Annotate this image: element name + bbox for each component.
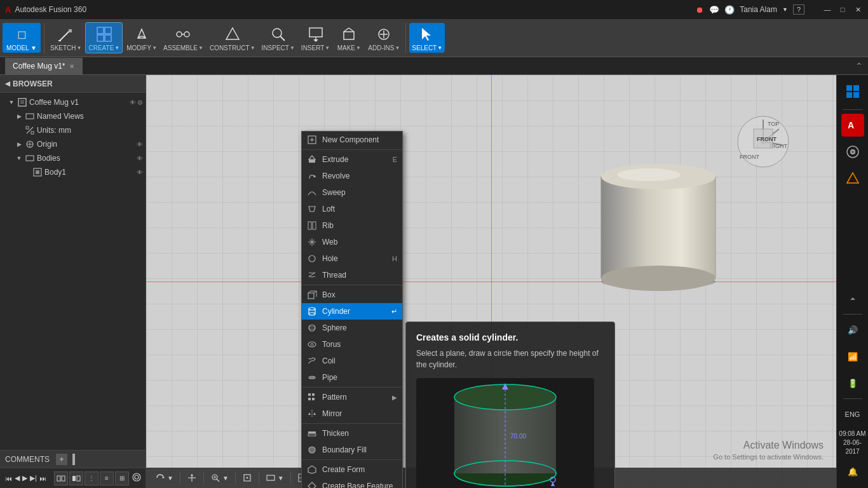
tree-arrow-bodies[interactable]: ▼: [15, 154, 23, 162]
menu-new-component[interactable]: New Component: [302, 132, 402, 148]
pb-prev[interactable]: ◀: [15, 472, 20, 485]
user-name[interactable]: Tania Alam: [740, 5, 777, 14]
menu-sphere[interactable]: Sphere: [302, 320, 402, 336]
menu-sep-2: [302, 285, 402, 285]
toolbar-assemble[interactable]: ASSEMBLE ▼: [161, 23, 206, 53]
toolbar-insert[interactable]: INSERT ▼: [299, 23, 332, 53]
menu-extrude[interactable]: Extrude E: [302, 151, 402, 168]
menu-pattern[interactable]: Pattern ▶: [302, 389, 402, 405]
pb-key-icon[interactable]: ⋮: [85, 471, 98, 485]
notification-icon[interactable]: 🔔: [841, 460, 864, 483]
tree-item-units[interactable]: Units: mm: [0, 123, 146, 137]
tree-item-body1[interactable]: Body1 👁: [0, 165, 146, 179]
svg-rect-28: [26, 126, 29, 129]
chat-icon[interactable]: 💬: [709, 5, 719, 15]
windows-start-icon[interactable]: [841, 80, 864, 103]
tree-eye-icon-bodies[interactable]: 👁: [137, 155, 143, 162]
tab-close-icon[interactable]: ✕: [69, 63, 74, 70]
pb-expand-icon[interactable]: ⊞: [115, 471, 129, 485]
user-dropdown-icon[interactable]: ▼: [782, 6, 788, 13]
toolbar-add-ins[interactable]: ADD-INS ▼: [365, 23, 402, 53]
pb-body-icon[interactable]: [69, 471, 83, 485]
menu-revolve[interactable]: Revolve: [302, 168, 402, 184]
toolbar-construct[interactable]: CONSTRUCT ▼: [207, 23, 258, 53]
tab-coffee-mug[interactable]: Coffee Mug v1* ✕: [5, 58, 83, 74]
add-comment-button[interactable]: +: [56, 454, 67, 465]
orbit-tool[interactable]: ▼: [151, 470, 177, 485]
menu-thread[interactable]: Thread: [302, 267, 402, 283]
create-icon: [94, 24, 114, 44]
record-icon[interactable]: ⏺: [696, 5, 704, 15]
menu-cylinder[interactable]: Cylinder ↵: [302, 303, 402, 320]
tree-eye-icon-root[interactable]: 👁: [130, 99, 136, 106]
close-button[interactable]: ✕: [853, 4, 863, 15]
expand-panel-icon[interactable]: [841, 287, 864, 310]
pb-skip-back[interactable]: ⏮: [5, 472, 12, 485]
svg-rect-131: [846, 85, 852, 91]
maximize-button[interactable]: □: [837, 4, 848, 15]
model-mode-button[interactable]: ◻ MODEL ▼: [3, 23, 41, 53]
menu-hole[interactable]: Hole H: [302, 250, 402, 267]
tree-item-origin[interactable]: ▶ Origin 👁: [0, 137, 146, 151]
pb-skip-forward[interactable]: ⏭: [39, 472, 46, 485]
minimize-button[interactable]: —: [822, 4, 832, 15]
toolbar-select[interactable]: SELECT ▼: [409, 23, 445, 53]
menu-thicken[interactable]: Thicken: [302, 425, 402, 442]
menu-torus[interactable]: Torus: [302, 336, 402, 353]
maximize-panel-button[interactable]: ⌃: [855, 61, 863, 71]
menu-sep-5: [302, 459, 402, 460]
help-button[interactable]: ?: [793, 4, 804, 15]
language-indicator[interactable]: ENG: [841, 403, 864, 426]
viewport[interactable]: TOP RIGHT FRONT FRONT Activate Windows G…: [146, 75, 836, 488]
svg-marker-10: [226, 28, 239, 39]
settings-button[interactable]: [132, 472, 142, 484]
tree-arrow-origin[interactable]: ▶: [15, 140, 23, 148]
svg-point-83: [309, 327, 315, 329]
menu-create-form[interactable]: Create Form: [302, 461, 402, 478]
menu-box[interactable]: Box: [302, 287, 402, 303]
toolbar-modify[interactable]: MODIFY ▼: [124, 23, 159, 53]
fit-tool[interactable]: [238, 470, 256, 485]
tree-item-bodies[interactable]: ▼ Bodies 👁: [0, 151, 146, 165]
network-icon[interactable]: 📶: [841, 345, 864, 368]
tree-eye-icon-body1[interactable]: 👁: [137, 169, 143, 176]
menu-coil[interactable]: Coil: [302, 353, 402, 369]
pb-frame-icon[interactable]: [54, 471, 68, 485]
toolbar-sketch[interactable]: SKETCH ▼: [48, 23, 84, 53]
toolbar-inspect[interactable]: INSPECT ▼: [259, 23, 297, 53]
browser-header[interactable]: ◀ BROWSER: [0, 75, 146, 93]
clock-display[interactable]: 09:08 AM 28-06-2017: [837, 430, 868, 456]
menu-sweep[interactable]: Sweep: [302, 184, 402, 201]
display-tool[interactable]: ▼: [262, 470, 288, 485]
svg-rect-96: [308, 434, 316, 436]
pb-timeline-icon[interactable]: ≡: [100, 471, 114, 485]
autodesk-icon[interactable]: A: [841, 114, 864, 137]
mirror-label: Mirror: [322, 409, 397, 418]
tree-item-root[interactable]: ▼ Coffee Mug v1 👁 ⚙: [0, 95, 146, 109]
menu-mirror[interactable]: Mirror: [302, 405, 402, 422]
pb-play[interactable]: ▶: [22, 472, 27, 485]
pan-tool[interactable]: [183, 470, 201, 485]
tree-arrow-root[interactable]: ▼: [8, 98, 15, 106]
menu-boundary-fill[interactable]: Boundary Fill: [302, 442, 402, 458]
tree-settings-icon-root[interactable]: ⚙: [137, 99, 143, 106]
menu-rib[interactable]: Rib: [302, 217, 402, 234]
clock-icon[interactable]: 🕐: [724, 5, 735, 15]
pb-next[interactable]: ▶|: [30, 472, 37, 485]
zoom-tool[interactable]: ▼: [207, 470, 233, 485]
volume-icon[interactable]: 🔊: [841, 318, 864, 341]
menu-pipe[interactable]: Pipe: [302, 369, 402, 386]
menu-loft[interactable]: Loft: [302, 201, 402, 217]
tree-arrow-named-views[interactable]: ▶: [15, 112, 23, 120]
construct-icon: [222, 24, 243, 44]
battery-icon[interactable]: 🔋: [841, 372, 864, 395]
menu-web[interactable]: Web: [302, 234, 402, 250]
tree-item-named-views[interactable]: ▶ Named Views: [0, 109, 146, 123]
toolbar-make[interactable]: MAKE ▼: [334, 23, 364, 53]
tree-eye-icon-origin[interactable]: 👁: [137, 141, 143, 148]
chrome-icon[interactable]: [841, 140, 864, 163]
gizmo[interactable]: TOP RIGHT FRONT FRONT: [735, 113, 785, 164]
toolbar-create[interactable]: CREATE ▼: [85, 22, 123, 53]
fusion-sidebar-icon[interactable]: [841, 167, 864, 190]
menu-create-base-feature[interactable]: Create Base Feature: [302, 478, 402, 488]
